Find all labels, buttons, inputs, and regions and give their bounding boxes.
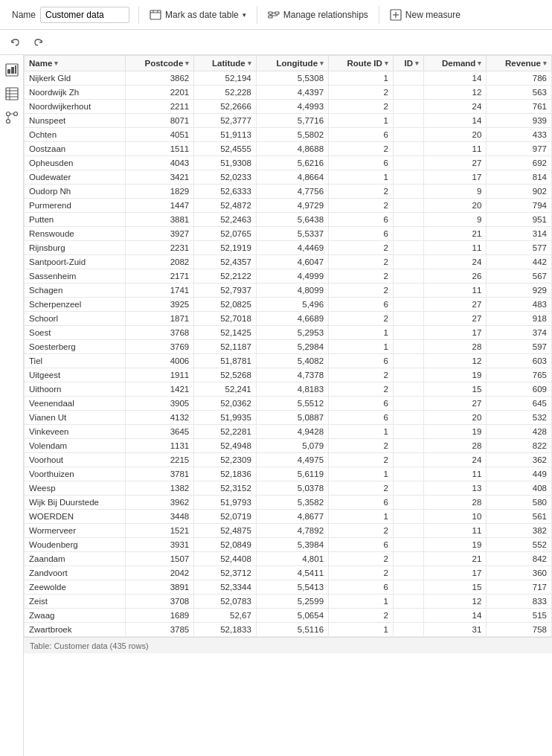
table-cell: 52,0362 bbox=[194, 397, 257, 411]
table-row[interactable]: WOERDEN344852,07194,8677110561 bbox=[25, 510, 552, 524]
table-row[interactable]: Nunspeet807152,37775,7716114939 bbox=[25, 114, 552, 128]
table-row[interactable]: Oudorp Nh182952,63334,775629902 bbox=[25, 185, 552, 199]
demand-sort-icon[interactable]: ▾ bbox=[478, 60, 481, 67]
routeid-sort-icon[interactable]: ▾ bbox=[385, 60, 388, 67]
redo-icon bbox=[32, 36, 44, 48]
undo-button[interactable] bbox=[6, 33, 25, 52]
table-cell: 51,9793 bbox=[194, 496, 257, 510]
table-row[interactable]: Vianen Ut413251,99355,0887620532 bbox=[25, 411, 552, 425]
id-sort-icon[interactable]: ▾ bbox=[415, 60, 419, 67]
table-cell bbox=[393, 185, 423, 199]
table-row[interactable]: Volendam113152,49485,079228822 bbox=[25, 439, 552, 453]
table-cell: 5,4082 bbox=[256, 354, 328, 368]
table-cell: 2 bbox=[329, 368, 394, 382]
table-area[interactable]: Name ▾ Postcode ▾ Latitude ▾ bbox=[24, 55, 552, 756]
table-row[interactable]: Schoorl187152,70184,6689227918 bbox=[25, 312, 552, 326]
table-cell: Purmerend bbox=[25, 199, 126, 213]
table-row[interactable]: Scherpenzeel392552,08255,496627483 bbox=[25, 298, 552, 312]
col-header-demand[interactable]: Demand ▾ bbox=[424, 56, 487, 71]
table-cell: 1689 bbox=[125, 609, 193, 623]
table-row[interactable]: Putten388152,24635,643869951 bbox=[25, 213, 552, 227]
table-row[interactable]: Voorthuizen378152,18365,6119111449 bbox=[25, 467, 552, 481]
data-view-icon[interactable] bbox=[3, 85, 21, 103]
table-row[interactable]: Oudewater342152,02334,8664117814 bbox=[25, 170, 552, 185]
new-measure-button[interactable]: New measure bbox=[382, 6, 468, 24]
table-row[interactable]: Uitgeest191152,52684,7378219765 bbox=[25, 368, 552, 382]
table-cell: 51,9935 bbox=[194, 411, 257, 425]
table-row[interactable]: Zaandam150752,44084,801221842 bbox=[25, 552, 552, 566]
table-cell: 4,4999 bbox=[256, 269, 328, 284]
report-view-icon[interactable] bbox=[3, 61, 21, 79]
table-row[interactable]: Weesp138252,31525,0378213408 bbox=[25, 481, 552, 496]
table-row[interactable]: Woudenberg393152,08495,3984619552 bbox=[25, 538, 552, 552]
table-cell: Nunspeet bbox=[25, 114, 126, 128]
latitude-sort-icon[interactable]: ▾ bbox=[248, 60, 251, 67]
table-row[interactable]: Uithoorn142152,2414,8183215609 bbox=[25, 382, 552, 397]
table-cell bbox=[393, 481, 423, 496]
table-cell: Oudewater bbox=[25, 170, 126, 185]
table-row[interactable]: Oostzaan151152,45554,8688211977 bbox=[25, 142, 552, 156]
model-view-icon[interactable] bbox=[3, 109, 21, 126]
table-row[interactable]: Santpoort-Zuid208252,43574,6047224442 bbox=[25, 255, 552, 269]
table-row[interactable]: Nijkerk Gld386252,1945,5308114786 bbox=[25, 71, 552, 86]
table-cell: Ochten bbox=[25, 128, 126, 142]
revenue-sort-icon[interactable]: ▾ bbox=[543, 60, 547, 67]
table-row[interactable]: Wormerveer152152,48754,7892211382 bbox=[25, 524, 552, 538]
table-cell: 2 bbox=[329, 241, 394, 255]
table-row[interactable]: Zandvoort204252,37124,5411217360 bbox=[25, 566, 552, 580]
col-header-route-id[interactable]: Route ID ▾ bbox=[329, 56, 394, 71]
table-row[interactable]: Zwartbroek378552,18335,5116131758 bbox=[25, 623, 552, 637]
col-header-latitude[interactable]: Latitude ▾ bbox=[194, 56, 257, 71]
table-cell: 577 bbox=[487, 241, 552, 255]
table-cell: 4,7378 bbox=[256, 368, 328, 382]
col-header-longitude[interactable]: Longitude ▾ bbox=[256, 56, 328, 71]
table-cell: 2215 bbox=[125, 453, 193, 467]
table-cell bbox=[393, 538, 423, 552]
table-cell: 52,4948 bbox=[194, 439, 257, 453]
table-row[interactable]: Zeist370852,07835,2599112833 bbox=[25, 595, 552, 609]
longitude-sort-icon[interactable]: ▾ bbox=[320, 60, 324, 67]
table-row[interactable]: Sassenheim217152,21224,4999226567 bbox=[25, 269, 552, 284]
name-input[interactable] bbox=[40, 7, 129, 23]
col-header-postcode[interactable]: Postcode ▾ bbox=[125, 56, 193, 71]
table-row[interactable]: Opheusden404351,93085,6216627692 bbox=[25, 156, 552, 170]
table-cell bbox=[393, 552, 423, 566]
table-row[interactable]: Voorhout221552,23094,4975224362 bbox=[25, 453, 552, 467]
table-row[interactable]: Ochten405151,91135,5802620433 bbox=[25, 128, 552, 142]
table-row[interactable]: Rijnsburg223152,19194,4469211577 bbox=[25, 241, 552, 255]
table-cell: 52,0765 bbox=[194, 227, 257, 241]
table-row[interactable]: Schagen174152,79374,8099211929 bbox=[25, 284, 552, 298]
table-cell: Scherpenzeel bbox=[25, 298, 126, 312]
table-row[interactable]: Noordwijk Zh220152,2284,4397212563 bbox=[25, 86, 552, 100]
table-row[interactable]: Zwaag168952,675,0654214515 bbox=[25, 609, 552, 623]
table-cell: 3448 bbox=[125, 510, 193, 524]
table-row[interactable]: Soest376852,14255,2953117374 bbox=[25, 326, 552, 340]
table-row[interactable]: Zeewolde389152,33445,5413615717 bbox=[25, 580, 552, 595]
table-row[interactable]: Vinkeveen364552,22814,9428119428 bbox=[25, 425, 552, 439]
table-row[interactable]: Veenendaal390552,03625,5512627645 bbox=[25, 397, 552, 411]
manage-relationships-button[interactable]: Manage relationships bbox=[260, 6, 376, 24]
table-cell: 52,228 bbox=[194, 86, 257, 100]
col-header-revenue[interactable]: Revenue ▾ bbox=[487, 56, 552, 71]
table-cell: 12 bbox=[424, 86, 487, 100]
table-row[interactable]: Noordwijkerhout221152,26664,4993224761 bbox=[25, 100, 552, 114]
table-cell: Wijk Bij Duurstede bbox=[25, 496, 126, 510]
table-cell: 9 bbox=[424, 213, 487, 227]
table-row[interactable]: Tiel400651,87815,4082612603 bbox=[25, 354, 552, 368]
table-row[interactable]: Soesterberg376952,11875,2984128597 bbox=[25, 340, 552, 354]
table-cell: Woudenberg bbox=[25, 538, 126, 552]
col-header-name[interactable]: Name ▾ bbox=[25, 56, 126, 71]
postcode-sort-icon[interactable]: ▾ bbox=[185, 60, 189, 67]
name-sort-icon[interactable]: ▾ bbox=[54, 60, 58, 67]
table-row[interactable]: Purmerend144752,48724,9729220794 bbox=[25, 199, 552, 213]
table-cell: 19 bbox=[424, 368, 487, 382]
redo-button[interactable] bbox=[28, 33, 48, 52]
table-cell: 5,5413 bbox=[256, 580, 328, 595]
mark-date-button[interactable]: Mark as date table ▾ bbox=[142, 6, 254, 24]
table-row[interactable]: Renswoude392752,07655,5337621314 bbox=[25, 227, 552, 241]
table-cell: 51,9308 bbox=[194, 156, 257, 170]
col-header-id[interactable]: ID ▾ bbox=[393, 56, 423, 71]
name-label: Name bbox=[12, 10, 36, 20]
table-cell: 561 bbox=[487, 510, 552, 524]
table-row[interactable]: Wijk Bij Duurstede396251,97935,358262858… bbox=[25, 496, 552, 510]
